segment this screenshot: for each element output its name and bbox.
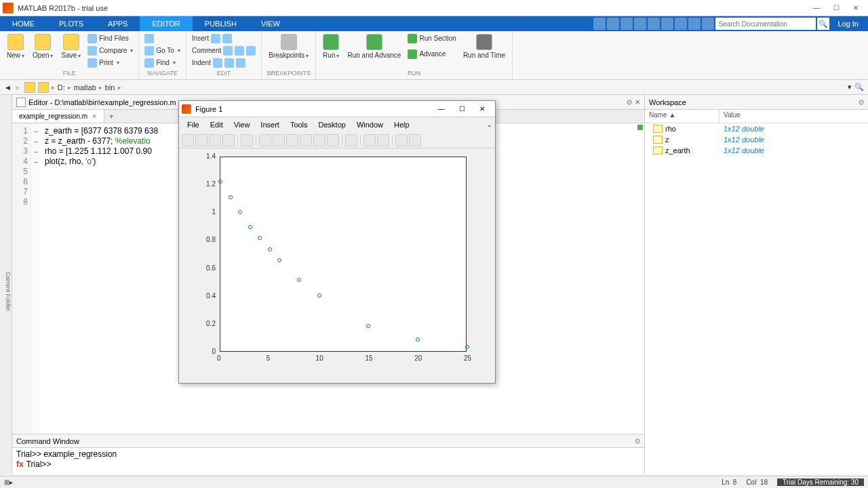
help-icon[interactable] <box>702 18 714 30</box>
fig-save-icon[interactable] <box>209 134 221 146</box>
search-documentation-input[interactable] <box>715 18 816 30</box>
y-tick-label: 1.2 <box>206 180 216 188</box>
cw-dock-icon[interactable]: ⊙ <box>635 437 640 445</box>
indent-button[interactable]: Indent <box>191 57 257 68</box>
fig-zoom-in-icon[interactable] <box>259 134 271 146</box>
run-advance-button[interactable]: Run and Advance <box>344 33 403 60</box>
open-button[interactable]: Open <box>30 33 56 61</box>
fig-print-icon[interactable] <box>222 134 235 146</box>
figure-titlebar[interactable]: Figure 1 — ☐ ✕ <box>179 101 495 117</box>
figure-menu-edit[interactable]: Edit <box>205 119 229 130</box>
fx-prompt-icon[interactable]: fx <box>16 460 24 469</box>
ws-col-name[interactable]: Name ▲ <box>645 110 719 123</box>
print-icon[interactable] <box>688 18 701 30</box>
editor-close-icon[interactable]: ✕ <box>635 98 640 106</box>
breakpoints-button[interactable]: Breakpoints <box>266 33 311 61</box>
figure-menu-help[interactable]: Help <box>389 119 415 130</box>
editor-tab-file[interactable]: example_regression.m ✕ <box>12 110 104 123</box>
fig-show-tools-icon[interactable] <box>409 134 421 146</box>
folder-icon[interactable] <box>38 82 49 93</box>
paste-icon[interactable] <box>648 18 660 30</box>
tab-close-icon[interactable]: ✕ <box>92 113 97 120</box>
fig-new-icon[interactable] <box>182 134 194 146</box>
editor-dock-icon[interactable]: ⊙ <box>627 98 632 106</box>
tab-add-button[interactable]: + <box>104 110 118 123</box>
fig-datatip-icon[interactable] <box>313 134 326 146</box>
tab-plots[interactable]: PLOTS <box>47 16 96 31</box>
nav-fwd-icon[interactable]: ► <box>14 83 22 92</box>
ws-dock-icon[interactable]: ⊙ <box>859 98 864 106</box>
close-button[interactable]: ✕ <box>846 1 865 15</box>
comment-button[interactable]: Comment <box>191 45 257 56</box>
figure-menu-anchor-icon[interactable]: ⌄ <box>487 121 492 128</box>
save-layout-icon[interactable] <box>593 18 606 30</box>
minimize-button[interactable]: — <box>807 1 826 15</box>
figure-close-button[interactable]: ✕ <box>472 102 492 116</box>
figure-menu-file[interactable]: File <box>182 119 205 130</box>
figure-menubar: File Edit View Insert Tools Desktop Wind… <box>179 117 495 132</box>
path-seg-1[interactable]: matlab <box>74 83 96 92</box>
fig-legend-icon[interactable] <box>377 134 389 146</box>
fig-link-icon[interactable] <box>345 134 357 146</box>
search-icon[interactable]: 🔍 <box>817 18 829 30</box>
figure-maximize-button[interactable]: ☐ <box>452 102 472 116</box>
print-button[interactable]: Print <box>86 57 134 68</box>
app-title: MATLAB R2017b - trial use <box>18 4 807 12</box>
cut-icon[interactable] <box>620 18 633 30</box>
maximize-button[interactable]: ☐ <box>827 1 846 15</box>
path-seg-2[interactable]: bin <box>105 83 115 92</box>
insert-button[interactable]: Insert <box>191 33 257 44</box>
ws-var-row[interactable]: rho1x12 double <box>645 123 868 134</box>
y-tick-label: 0.4 <box>206 292 216 300</box>
x-tick-label: 20 <box>414 354 422 362</box>
command-window-body[interactable]: Trial>> example_regression fxTrial>> <box>12 448 644 474</box>
login-button[interactable]: Log In <box>831 20 865 28</box>
run-time-button[interactable]: Run and Time <box>460 33 508 60</box>
run-button[interactable]: Run <box>320 33 342 61</box>
fig-zoom-out-icon[interactable] <box>273 134 285 146</box>
undo-icon[interactable] <box>661 18 673 30</box>
figure-menu-tools[interactable]: Tools <box>285 119 313 130</box>
folder-up-icon[interactable] <box>24 82 35 93</box>
layout-icon[interactable] <box>607 18 619 30</box>
run-section-button[interactable]: Run Section <box>406 33 457 44</box>
copy-icon[interactable] <box>634 18 646 30</box>
find-files-button[interactable]: Find Files <box>86 33 134 44</box>
compare-button[interactable]: Compare <box>86 45 134 56</box>
tab-view[interactable]: VIEW <box>249 16 292 31</box>
fig-pointer-icon[interactable] <box>241 134 253 146</box>
figure-menu-view[interactable]: View <box>229 119 256 130</box>
figure-window[interactable]: Figure 1 — ☐ ✕ File Edit View Insert Too… <box>178 100 496 384</box>
nav-back-button[interactable] <box>143 33 182 44</box>
ws-var-row[interactable]: z_earth1x12 double <box>645 145 868 156</box>
fig-colorbar-icon[interactable] <box>363 134 376 146</box>
ws-col-value[interactable]: Value <box>719 110 868 123</box>
x-tick-label: 0 <box>217 354 221 362</box>
figure-menu-insert[interactable]: Insert <box>255 119 285 130</box>
fig-rotate-icon[interactable] <box>300 134 312 146</box>
ws-var-row[interactable]: z1x12 double <box>645 134 868 145</box>
redo-icon[interactable] <box>675 18 687 30</box>
save-button[interactable]: Save <box>58 33 83 61</box>
advance-button[interactable]: Advance <box>406 48 457 60</box>
tab-editor[interactable]: EDITOR <box>140 16 192 31</box>
x-tick-label: 25 <box>464 354 471 362</box>
fig-hide-tools-icon[interactable] <box>395 134 408 146</box>
find-button[interactable]: Find <box>143 57 182 68</box>
fig-brush-icon[interactable] <box>327 134 339 146</box>
current-folder-gutter[interactable]: Current Folder <box>0 95 12 474</box>
figure-minimize-button[interactable]: — <box>431 102 452 116</box>
figure-menu-desktop[interactable]: Desktop <box>313 119 351 130</box>
nav-back-icon[interactable]: ◄ <box>4 83 12 92</box>
tab-publish[interactable]: PUBLISH <box>193 16 249 31</box>
new-button[interactable]: New <box>4 33 27 61</box>
path-dropdown-icon[interactable]: ▾ <box>848 83 852 92</box>
fig-pan-icon[interactable] <box>286 134 298 146</box>
tab-apps[interactable]: APPS <box>96 16 140 31</box>
goto-button[interactable]: Go To <box>143 45 182 56</box>
path-search-icon[interactable]: 🔍 <box>854 83 864 92</box>
fig-open-icon[interactable] <box>195 134 208 146</box>
tab-home[interactable]: HOME <box>0 16 47 31</box>
path-drive[interactable]: D: <box>58 83 65 92</box>
figure-menu-window[interactable]: Window <box>351 119 389 130</box>
